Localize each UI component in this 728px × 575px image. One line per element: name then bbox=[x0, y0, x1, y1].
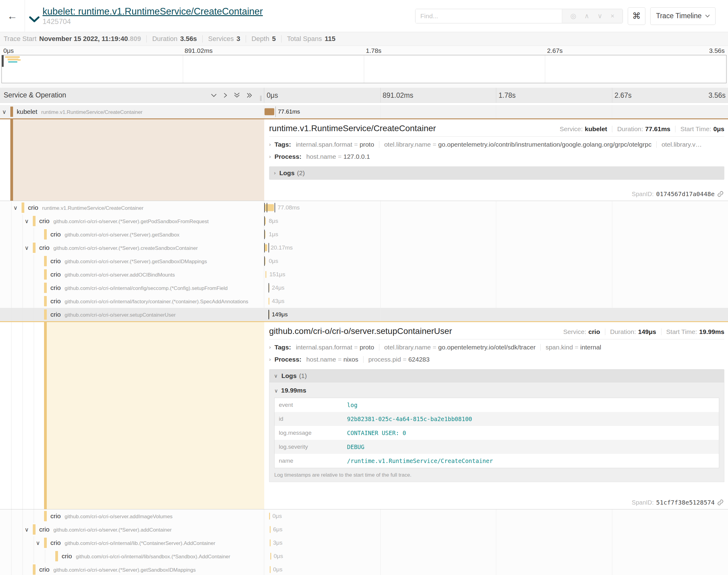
span-timeline-cell[interactable]: 0μs bbox=[264, 563, 728, 575]
span-children-chevron-down-icon[interactable]: ∨ bbox=[25, 218, 29, 225]
span-row[interactable]: criogithub.com/cri-o/cri-o/server.addOCI… bbox=[0, 268, 728, 281]
span-row[interactable]: ∨ criogithub.com/cri-o/cri-o/server.(*Se… bbox=[0, 523, 728, 536]
collapse-header-chevron-down-icon[interactable] bbox=[29, 16, 39, 23]
span-duration-bar[interactable] bbox=[270, 526, 271, 533]
view-selector-button[interactable]: Trace Timeline bbox=[650, 7, 716, 25]
service-color-bar bbox=[44, 538, 47, 548]
span-timeline-cell[interactable]: 43μs bbox=[264, 295, 728, 308]
span-timeline-cell[interactable]: 0μs bbox=[264, 549, 728, 563]
minimap-canvas[interactable] bbox=[2, 55, 726, 83]
locate-icon[interactable]: ◎ bbox=[570, 13, 576, 20]
span-timeline-cell[interactable]: 149μs bbox=[264, 308, 728, 321]
span-duration-bar[interactable] bbox=[265, 204, 274, 211]
span-name-cell[interactable]: criogithub.com/cri-o/cri-o/server.addIma… bbox=[0, 509, 264, 523]
span-timeline-cell[interactable]: 77.08ms bbox=[264, 201, 728, 214]
deep-link-icon[interactable] bbox=[717, 191, 724, 197]
span-row[interactable]: criogithub.com/cri-o/cri-o/server.(*Serv… bbox=[0, 563, 728, 575]
span-name-cell[interactable]: ∨ criogithub.com/cri-o/cri-o/server.(*Se… bbox=[0, 241, 264, 255]
trace-title-link[interactable]: kubelet: runtime.v1.RuntimeService/Creat… bbox=[42, 6, 263, 17]
span-timeline-cell[interactable]: 0μs bbox=[264, 255, 728, 268]
log-entry-toggle[interactable]: ∨19.99ms bbox=[274, 387, 719, 394]
span-duration-bar[interactable] bbox=[265, 244, 267, 251]
keyboard-shortcuts-button[interactable]: ⌘ bbox=[628, 7, 646, 25]
span-name-cell[interactable]: ∨ criogithub.com/cri-o/cri-o/server.(*Se… bbox=[0, 214, 264, 228]
log-marker bbox=[264, 243, 265, 252]
span-name-cell[interactable]: ∨ kubeletruntime.v1.RuntimeService/Creat… bbox=[0, 105, 264, 119]
span-duration-bar[interactable] bbox=[265, 108, 274, 115]
span-duration-bar[interactable] bbox=[269, 513, 270, 520]
operation-name: github.com/cri-o/cri-o/server.addOCIBind… bbox=[65, 272, 175, 278]
span-children-chevron-down-icon[interactable]: ∨ bbox=[25, 526, 29, 533]
service-name: crio bbox=[51, 284, 61, 291]
expand-one-icon[interactable] bbox=[223, 92, 228, 98]
span-row[interactable]: criogithub.com/cri-o/cri-o/internal/fact… bbox=[0, 295, 728, 308]
back-button[interactable]: ← bbox=[0, 0, 25, 32]
span-row[interactable]: criogithub.com/cri-o/cri-o/server.setupC… bbox=[0, 308, 728, 321]
process-row[interactable]: ›Process:host.name=127.0.0.1 bbox=[269, 150, 724, 163]
collapse-all-icon[interactable] bbox=[234, 92, 240, 98]
span-duration-bar[interactable] bbox=[268, 298, 269, 305]
service-color-bar bbox=[44, 269, 47, 280]
span-name-cell[interactable]: criogithub.com/cri-o/cri-o/internal/fact… bbox=[0, 295, 264, 308]
span-row[interactable]: criogithub.com/cri-o/cri-o/internal/conf… bbox=[0, 281, 728, 295]
logs-toggle[interactable]: ∨Logs(1) bbox=[269, 369, 724, 382]
service-color-bar bbox=[22, 202, 24, 213]
span-name-cell[interactable]: ∨ criogithub.com/cri-o/cri-o/internal/li… bbox=[0, 536, 264, 549]
process-row[interactable]: ›Process:host.name=nixosprocess.pid=6242… bbox=[269, 353, 724, 366]
find-input[interactable] bbox=[416, 9, 562, 23]
span-timeline-cell[interactable]: 8μs bbox=[264, 214, 728, 228]
deep-link-icon[interactable] bbox=[717, 499, 724, 506]
span-name-cell[interactable]: criogithub.com/cri-o/cri-o/server.setupC… bbox=[0, 308, 264, 321]
span-timeline-cell[interactable]: 6μs bbox=[264, 523, 728, 536]
span-children-chevron-down-icon[interactable]: ∨ bbox=[36, 539, 40, 546]
logs-toggle[interactable]: ›Logs(2) bbox=[269, 166, 724, 180]
span-timeline-cell[interactable]: 151μs bbox=[264, 268, 728, 281]
span-row[interactable]: ∨ crioruntime.v1.RuntimeService/CreateCo… bbox=[0, 201, 728, 214]
span-row[interactable]: criogithub.com/cri-o/cri-o/server.(*Serv… bbox=[0, 255, 728, 268]
summary-stat: Depth5 bbox=[252, 35, 276, 43]
span-name-cell[interactable]: criogithub.com/cri-o/cri-o/server.(*Serv… bbox=[0, 255, 264, 268]
span-timeline-cell[interactable]: 24μs bbox=[264, 281, 728, 295]
span-name-cell[interactable]: ∨ criogithub.com/cri-o/cri-o/server.(*Se… bbox=[0, 523, 264, 536]
span-name-cell[interactable]: criogithub.com/cri-o/cri-o/internal/conf… bbox=[0, 281, 264, 295]
span-row[interactable]: criogithub.com/cri-o/cri-o/server.(*Serv… bbox=[0, 228, 728, 241]
span-row[interactable]: ∨ criogithub.com/cri-o/cri-o/internal/li… bbox=[0, 536, 728, 549]
span-row[interactable]: ∨ criogithub.com/cri-o/cri-o/server.(*Se… bbox=[0, 214, 728, 228]
span-timeline-cell[interactable]: 3μs bbox=[264, 536, 728, 549]
tag-kv: otel.library.name=go.opentelemetry.io/co… bbox=[384, 141, 652, 148]
tag-kv: process.pid=624283 bbox=[368, 356, 430, 363]
span-name-cell[interactable]: criogithub.com/cri-o/cri-o/server.addOCI… bbox=[0, 268, 264, 281]
span-row[interactable]: ∨ kubeletruntime.v1.RuntimeService/Creat… bbox=[0, 105, 728, 119]
column-resizer-handle[interactable]: ∥ bbox=[259, 95, 263, 101]
span-children-chevron-down-icon[interactable]: ∨ bbox=[25, 244, 29, 251]
span-duration-bar[interactable] bbox=[265, 271, 266, 278]
collapse-one-icon[interactable] bbox=[210, 93, 217, 97]
span-row[interactable]: ∨ criogithub.com/cri-o/cri-o/server.(*Se… bbox=[0, 241, 728, 255]
tags-row[interactable]: ›Tags:internal.span.format=protootel.lib… bbox=[269, 341, 724, 353]
timeline-tick-label: 1.78s bbox=[499, 91, 516, 100]
span-row[interactable]: criogithub.com/cri-o/cri-o/internal/lib/… bbox=[0, 549, 728, 563]
span-timeline-cell[interactable]: 1μs bbox=[264, 228, 728, 241]
span-duration-bar[interactable] bbox=[270, 566, 271, 573]
span-name-cell[interactable]: criogithub.com/cri-o/cri-o/internal/lib/… bbox=[0, 549, 264, 563]
prev-match-icon[interactable]: ∧ bbox=[584, 13, 589, 20]
span-name-cell[interactable]: ∨ crioruntime.v1.RuntimeService/CreateCo… bbox=[0, 201, 264, 214]
span-timeline-cell[interactable]: 20.17ms bbox=[264, 241, 728, 255]
indent-guide bbox=[34, 536, 34, 549]
span-name-cell[interactable]: criogithub.com/cri-o/cri-o/server.(*Serv… bbox=[0, 228, 264, 241]
span-duration-label: 0μs bbox=[269, 258, 278, 264]
span-timeline-cell[interactable]: 77.61ms bbox=[264, 105, 728, 119]
span-children-chevron-down-icon[interactable]: ∨ bbox=[13, 204, 18, 211]
next-match-icon[interactable]: ∨ bbox=[597, 13, 602, 20]
span-row[interactable]: criogithub.com/cri-o/cri-o/server.addIma… bbox=[0, 509, 728, 523]
clear-search-icon[interactable]: × bbox=[610, 13, 615, 20]
span-children-chevron-down-icon[interactable]: ∨ bbox=[2, 108, 6, 115]
log-field-row: log.messageCONTAINER USER: 0 bbox=[274, 426, 719, 440]
span-duration-bar[interactable] bbox=[270, 553, 271, 560]
tags-row[interactable]: ›Tags:internal.span.format=protootel.lib… bbox=[269, 138, 724, 150]
minimap-viewport-scrubber[interactable] bbox=[2, 55, 4, 67]
span-timeline-cell[interactable]: 0μs bbox=[264, 509, 728, 523]
span-name-cell[interactable]: criogithub.com/cri-o/cri-o/server.(*Serv… bbox=[0, 563, 264, 575]
span-duration-bar[interactable] bbox=[270, 539, 271, 546]
expand-all-icon[interactable] bbox=[246, 92, 253, 98]
